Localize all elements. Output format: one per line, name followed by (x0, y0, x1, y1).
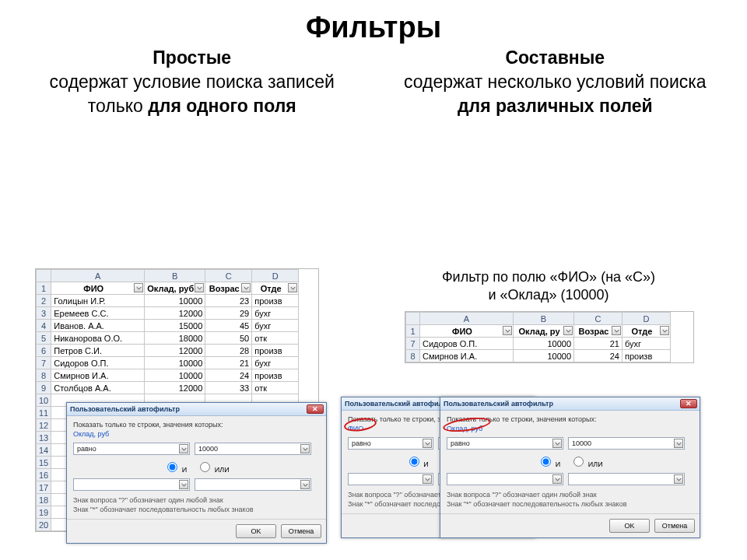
dialog-title: Пользовательский автофильтр (70, 405, 180, 413)
operator-combo-2[interactable] (447, 473, 563, 485)
operator-combo[interactable]: равно (73, 443, 190, 455)
dialog-prompt: Показать только те строки, значения кото… (73, 421, 320, 429)
value-combo[interactable]: 10000 (568, 437, 685, 450)
right-text: содержат несколько условий поиска (404, 72, 707, 92)
page-title: Фильтры (0, 11, 747, 44)
value-combo-2[interactable] (195, 478, 311, 491)
operator-combo-2[interactable] (348, 473, 433, 485)
dialog-hint: Знак вопроса "?" обозначает один любой з… (447, 490, 693, 509)
column-header[interactable]: Возрас (205, 282, 252, 295)
dialog-prompt: Показать только те строки, значения кото… (447, 415, 693, 423)
dialog-field-label: Оклад, руб (73, 430, 320, 438)
operator-combo[interactable]: равно (447, 437, 563, 450)
table-row[interactable]: 5Никанорова О.О.1800050отк (37, 332, 299, 345)
dialog-hint: Знак вопроса "?" обозначает один любой з… (73, 495, 320, 514)
chevron-down-icon[interactable] (423, 474, 432, 484)
filter-dropdown-icon[interactable] (503, 326, 512, 335)
table-row[interactable]: 2Голицын И.Р.1000023произв (37, 295, 299, 307)
chevron-down-icon[interactable] (552, 474, 562, 484)
ok-button[interactable]: OK (609, 519, 650, 533)
logic-radios: И ИЛИ (73, 460, 320, 474)
autofilter-dialog-1[interactable]: Пользовательский автофильтр✕Показать тол… (66, 402, 327, 544)
dialog-titlebar[interactable]: Пользовательский автофильтр✕ (67, 403, 326, 416)
dialog-field-label: Оклад, руб (447, 425, 693, 432)
chevron-down-icon[interactable] (179, 444, 188, 453)
table-row[interactable]: 4Иванов. А.А.1500045бухг (37, 320, 299, 332)
cancel-button[interactable]: Отмена (281, 524, 321, 538)
table-row[interactable]: 7Сидоров О.П.1000021бухг (406, 338, 671, 350)
radio-or[interactable]: ИЛИ (196, 466, 229, 474)
dialog-titlebar[interactable]: Пользовательский автофильтр✕ (440, 397, 700, 411)
radio-and[interactable]: И (537, 460, 560, 468)
right-column: Составные содержат несколько условий пои… (401, 46, 710, 118)
table-row[interactable]: 3Еремеев С.С.1200029бухг (37, 307, 299, 320)
column-header[interactable]: ФИО (51, 282, 145, 295)
chevron-down-icon[interactable] (179, 480, 188, 489)
radio-and[interactable]: И (405, 460, 429, 468)
radio-or[interactable]: ИЛИ (570, 460, 602, 468)
close-icon[interactable]: ✕ (307, 404, 324, 414)
operator-combo[interactable]: равно (348, 437, 433, 450)
column-header[interactable]: Отде (252, 282, 299, 295)
dialog-title: Пользовательский автофильтр (345, 400, 454, 408)
radio-and[interactable]: И (163, 466, 187, 474)
close-icon[interactable]: ✕ (680, 399, 697, 408)
filter-dropdown-icon[interactable] (563, 326, 573, 335)
dialog-title: Пользовательский автофильтр (444, 400, 553, 408)
filter-dropdown-icon[interactable] (134, 283, 143, 292)
value-combo-2[interactable] (568, 473, 685, 485)
column-header[interactable]: Оклад, ру (514, 325, 574, 338)
column-header[interactable]: Возрас (574, 325, 622, 338)
value-combo[interactable]: 10000 (195, 443, 311, 455)
logic-radios: И ИЛИ (447, 454, 693, 468)
spreadsheet-right[interactable]: ABCD1ФИООклад, руВозрасОтде7Сидоров О.П.… (405, 311, 694, 363)
columns: Простые содержат условие поиска записей … (0, 46, 747, 118)
table-row[interactable]: 8Смирнов И.А.1000024произв (406, 350, 671, 362)
filter-dropdown-icon[interactable] (195, 283, 204, 292)
left-column: Простые содержат условие поиска записей … (37, 46, 346, 118)
table-row[interactable]: 8Смирнов И.А.1000024произв (37, 369, 299, 382)
filter-dropdown-icon[interactable] (660, 326, 669, 335)
column-header[interactable]: ФИО (420, 325, 514, 338)
chevron-down-icon[interactable] (300, 480, 310, 489)
chevron-down-icon[interactable] (423, 439, 432, 448)
column-header[interactable]: Оклад, руб (145, 282, 205, 295)
chevron-down-icon[interactable] (300, 444, 310, 453)
filter-dropdown-icon[interactable] (241, 283, 251, 292)
chevron-down-icon[interactable] (552, 439, 562, 448)
filter-dropdown-icon[interactable] (288, 283, 297, 292)
table-row[interactable]: 9Столбцов А.А.1200033отк (37, 382, 299, 394)
left-bold: для одного поля (148, 96, 296, 116)
ok-button[interactable]: OK (236, 524, 276, 538)
filter-caption: Фильтр по полю «ФИО» (на «С») и «Оклад» … (405, 268, 693, 305)
chevron-down-icon[interactable] (674, 474, 683, 484)
operator-combo-2[interactable] (73, 478, 190, 491)
table-row[interactable]: 6Петров С.И.1200028произв (37, 345, 299, 357)
right-bold: для различных полей (458, 96, 653, 116)
chevron-down-icon[interactable] (674, 439, 683, 448)
autofilter-dialog-3[interactable]: Пользовательский автофильтр✕Показать тол… (440, 397, 700, 538)
column-header[interactable]: Отде (622, 325, 671, 338)
cancel-button[interactable]: Отмена (654, 519, 695, 533)
right-heading: Составные (401, 46, 710, 70)
left-heading: Простые (37, 46, 346, 70)
caption-line2: и «Оклад» (10000) (405, 286, 693, 304)
table-row[interactable]: 7Сидоров О.П.1000021бухг (37, 357, 299, 369)
caption-line1: Фильтр по полю «ФИО» (на «С») (405, 268, 693, 286)
filter-dropdown-icon[interactable] (612, 326, 621, 335)
